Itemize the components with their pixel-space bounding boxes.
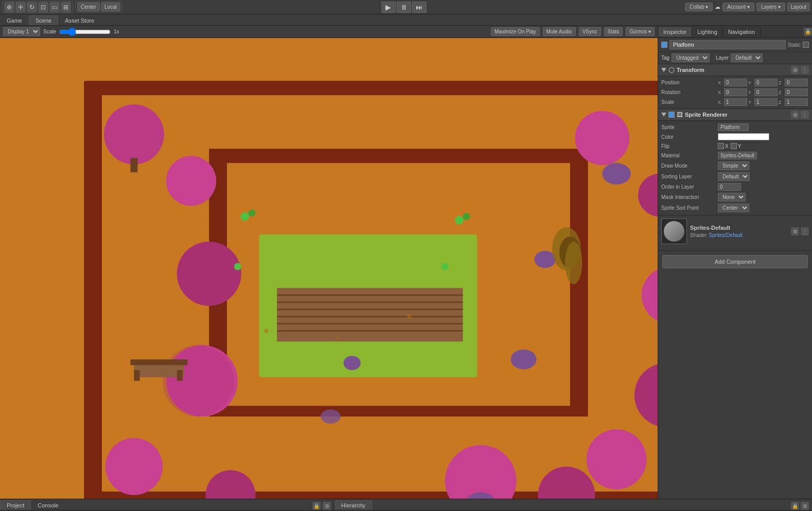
- svg-point-48: [264, 328, 268, 333]
- transform-overflow-icon[interactable]: ⋮: [801, 66, 809, 74]
- stats-btn[interactable]: Stats: [604, 27, 623, 36]
- flip-y-checkbox[interactable]: [731, 143, 737, 149]
- play-controls: ▶ ⏸ ⏭: [381, 2, 427, 13]
- rot-z-input[interactable]: 0: [785, 88, 808, 96]
- svg-rect-41: [177, 370, 183, 381]
- layers-dropdown[interactable]: Layers ▾: [756, 3, 785, 11]
- tab-hierarchy[interactable]: Hierarchy: [334, 500, 372, 510]
- scale-y-input[interactable]: 1: [754, 98, 778, 106]
- object-active-checkbox[interactable]: [661, 42, 667, 48]
- scene-toolbar: Display 1 Scale 1x Maximize On Play Mute…: [0, 26, 658, 38]
- rot-y-input[interactable]: 0: [754, 88, 778, 96]
- tab-inspector[interactable]: Inspector: [658, 27, 692, 36]
- scale-tool[interactable]: ⊡: [38, 2, 48, 12]
- vsync-btn[interactable]: VSync: [579, 27, 601, 36]
- sprite-renderer-title: Sprite Renderer: [685, 112, 728, 118]
- mask-interaction-value-container: None: [718, 193, 809, 202]
- scale-slider[interactable]: [59, 28, 111, 36]
- sprites-default-info: Sprites-Default Shader Sprites/Default: [690, 225, 743, 238]
- rect-tool[interactable]: ▭: [49, 2, 60, 12]
- hierarchy-lock-icon[interactable]: 🔒: [791, 502, 799, 510]
- local-btn[interactable]: Local: [101, 3, 120, 11]
- color-picker[interactable]: [718, 133, 769, 140]
- project-lock-icon[interactable]: 🔒: [312, 502, 321, 510]
- scale-x-input[interactable]: 1: [724, 98, 747, 106]
- sprite-renderer-settings-icon[interactable]: ⚙: [791, 111, 799, 119]
- draw-mode-select[interactable]: Simple: [718, 161, 749, 170]
- project-settings-icon[interactable]: ⚙: [323, 502, 331, 510]
- tab-scene[interactable]: Scene: [29, 15, 58, 25]
- mute-audio-btn[interactable]: Mute Audio: [543, 27, 576, 36]
- layout-btn[interactable]: Layout: [787, 3, 810, 11]
- sorting-layer-select[interactable]: Default: [718, 172, 750, 181]
- hierarchy-panel-controls: 🔒 ⚙: [788, 502, 812, 510]
- tab-asset-store[interactable]: Asset Store: [58, 15, 101, 25]
- tab-game[interactable]: Game: [0, 15, 29, 25]
- object-header: Static: [658, 38, 812, 52]
- maximize-play-btn[interactable]: Maximize On Play: [491, 27, 540, 36]
- sprite-renderer-header[interactable]: 🖼 Sprite Renderer ⚙ ⋮: [658, 109, 812, 121]
- multi-tool[interactable]: ⊞: [61, 2, 71, 12]
- tab-project[interactable]: Project: [0, 500, 31, 510]
- rotate-tool[interactable]: ↻: [27, 2, 37, 12]
- project-panel-controls: 🔒 ⚙: [309, 502, 334, 510]
- transform-settings-icon[interactable]: ⚙: [791, 66, 799, 74]
- draw-mode-value-container: Simple: [718, 161, 809, 170]
- display-select[interactable]: Display 1: [3, 27, 40, 36]
- svg-rect-6: [277, 288, 463, 341]
- rotation-value: X 0 Y 0 Z 0: [718, 88, 809, 96]
- svg-rect-15: [131, 158, 138, 172]
- pos-x-input[interactable]: 0: [724, 79, 747, 86]
- hierarchy-settings-icon[interactable]: ⚙: [801, 502, 809, 510]
- material-label: Material: [661, 153, 718, 158]
- order-in-layer-label: Order in Layer: [661, 184, 718, 190]
- pause-button[interactable]: ⏸: [397, 2, 411, 13]
- flip-x-checkbox[interactable]: [718, 143, 724, 149]
- color-row: Color: [661, 132, 809, 141]
- sprite-label: Sprite: [661, 124, 718, 130]
- move-tool[interactable]: ✛: [15, 2, 26, 12]
- collab-button[interactable]: Collab ▾: [685, 3, 713, 11]
- sprite-value-container: Platform: [718, 123, 809, 131]
- tag-select[interactable]: Untagged: [672, 53, 710, 62]
- color-label: Color: [661, 134, 718, 140]
- static-checkbox[interactable]: [803, 42, 809, 48]
- sprite-sort-point-label: Sprite Sort Point: [661, 205, 718, 211]
- center-btn[interactable]: Center: [77, 3, 100, 11]
- sprite-renderer-overflow-icon[interactable]: ⋮: [801, 111, 809, 119]
- tab-lighting[interactable]: Lighting: [692, 27, 723, 36]
- svg-point-14: [104, 104, 164, 165]
- rot-x-input[interactable]: 0: [724, 88, 747, 96]
- sprites-default-overflow-icon[interactable]: ⋮: [801, 227, 809, 235]
- order-in-layer-input[interactable]: [718, 183, 741, 191]
- sprite-row: Sprite Platform: [661, 122, 809, 132]
- scale-z-input[interactable]: 1: [785, 98, 808, 106]
- sprite-renderer-enabled-checkbox[interactable]: [668, 112, 675, 118]
- tab-navigation[interactable]: Navigation: [723, 27, 761, 36]
- svg-point-25: [105, 438, 163, 495]
- mask-interaction-select[interactable]: None: [718, 193, 746, 202]
- transform-component: ⬡ Transform ⚙ ⋮ Position X 0 Y 0 Z 0: [658, 64, 812, 109]
- gizmos-btn[interactable]: Gizmos ▾: [626, 27, 655, 36]
- pos-y-input[interactable]: 0: [754, 79, 778, 86]
- step-button[interactable]: ⏭: [412, 2, 427, 13]
- account-dropdown[interactable]: Account ▾: [722, 3, 754, 11]
- hand-tool[interactable]: ⊕: [4, 2, 14, 12]
- rot-x-label: X: [718, 90, 723, 95]
- layer-select[interactable]: Default: [731, 53, 763, 62]
- play-button[interactable]: ▶: [381, 2, 396, 13]
- object-name-input[interactable]: [669, 40, 786, 49]
- pos-z-input[interactable]: 0: [785, 79, 808, 86]
- scale-prop-label: Scale: [661, 99, 718, 105]
- inspector-panel: Inspector Lighting Navigation 🔒 Static T…: [658, 26, 812, 499]
- sprite-sort-point-row: Sprite Sort Point Center: [661, 203, 809, 213]
- transform-header[interactable]: ⬡ Transform ⚙ ⋮: [658, 64, 812, 76]
- transform-title: Transform: [677, 67, 704, 73]
- tab-console[interactable]: Console: [31, 500, 65, 510]
- svg-point-24: [587, 429, 647, 489]
- add-component-button[interactable]: Add Component: [662, 255, 808, 268]
- sprites-default-settings-icon[interactable]: ⚙: [791, 227, 799, 235]
- inspector-lock-icon[interactable]: 🔒: [804, 28, 812, 36]
- svg-rect-40: [134, 370, 139, 381]
- sprite-sort-point-select[interactable]: Center: [718, 204, 749, 212]
